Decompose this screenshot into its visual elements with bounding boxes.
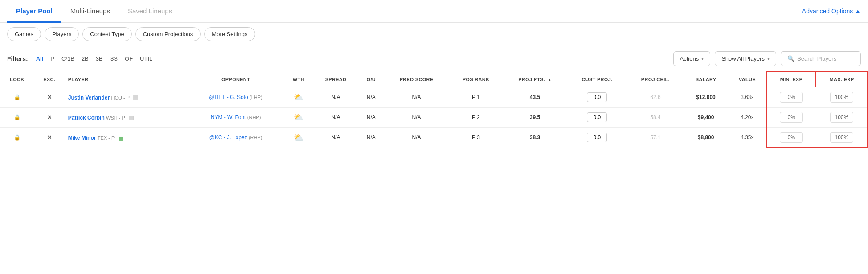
cust-proj-cell[interactable]	[567, 108, 627, 128]
exc-cell[interactable]: ✕	[34, 87, 65, 108]
pred-score-cell: N/A	[384, 128, 449, 148]
pos-filter-all[interactable]: All	[33, 54, 47, 64]
ou-cell: N/A	[358, 128, 384, 148]
pos-filter-ss[interactable]: SS	[106, 54, 121, 64]
more-settings-filter-button[interactable]: More Settings	[204, 27, 255, 41]
col-value: VALUE	[728, 72, 767, 87]
lock-icon: 🔒	[14, 114, 20, 120]
player-cell: Justin Verlander HOU - P ▤	[65, 87, 188, 108]
cust-proj-cell[interactable]	[567, 128, 627, 148]
note-icon[interactable]: ▤	[118, 134, 124, 141]
filters-right: Actions ▾ Show All Players ▾ 🔍 Search Pl…	[673, 51, 861, 66]
col-max-exp: MAX. EXP	[816, 72, 868, 87]
show-all-label: Show All Players	[721, 55, 765, 62]
value-cell: 3.63x	[728, 87, 767, 108]
max-exp-cell[interactable]	[816, 87, 868, 108]
col-proj-pts[interactable]: PROJ PTS. ▲	[503, 72, 567, 87]
pos-filter-c1b[interactable]: C/1B	[58, 54, 78, 64]
cust-proj-cell[interactable]	[567, 87, 627, 108]
actions-dropdown[interactable]: Actions ▾	[673, 51, 711, 66]
pos-filter-of[interactable]: OF	[121, 54, 136, 64]
note-icon[interactable]: ▤	[128, 114, 134, 121]
col-wth: WTH	[283, 72, 313, 87]
max-exp-input[interactable]	[830, 92, 853, 103]
max-exp-input[interactable]	[830, 112, 853, 123]
exc-cell[interactable]: ✕	[34, 128, 65, 148]
player-name[interactable]: Patrick Corbin	[68, 115, 105, 121]
col-proj-ceil: PROJ CEIL.	[627, 72, 684, 87]
table-row: 🔒 ✕ Mike Minor TEX - P ▤ @KC - J. Lopez …	[0, 128, 868, 148]
x-icon[interactable]: ✕	[47, 114, 52, 120]
pos-filter-2b[interactable]: 2B	[78, 54, 92, 64]
search-icon: 🔍	[787, 55, 794, 62]
weather-icon: ⛅	[294, 113, 303, 122]
weather-icon: ⛅	[294, 133, 303, 142]
min-exp-input[interactable]	[780, 92, 803, 103]
min-exp-input[interactable]	[780, 132, 803, 143]
pos-filter-p[interactable]: P	[47, 54, 58, 64]
custom-projections-filter-button[interactable]: Custom Projections	[135, 27, 201, 41]
pos-filter-util[interactable]: UTIL	[136, 54, 156, 64]
max-exp-cell[interactable]	[816, 128, 868, 148]
col-pred-score: PRED SCORE	[384, 72, 449, 87]
player-team: TEX - P	[98, 135, 115, 141]
contest-type-filter-button[interactable]: Contest Type	[82, 27, 131, 41]
spread-cell: N/A	[313, 108, 358, 128]
weather-cell: ⛅	[283, 87, 313, 108]
col-player: PLAYER	[65, 72, 188, 87]
lock-cell: 🔒	[0, 108, 34, 128]
proj-pts-cell: 43.5	[503, 87, 567, 108]
player-table-container: LOCK EXC. PLAYER OPPONENT WTH SPREAD O/U…	[0, 71, 868, 148]
proj-ceil-cell: 62.6	[627, 87, 684, 108]
min-exp-cell[interactable]	[767, 87, 816, 108]
x-icon[interactable]: ✕	[47, 94, 52, 100]
lock-icon: 🔒	[14, 94, 20, 100]
tab-multi-lineups[interactable]: Multi-Lineups	[61, 0, 119, 22]
player-name[interactable]: Mike Minor	[68, 135, 96, 141]
col-lock: LOCK	[0, 72, 34, 87]
pos-rank-cell: P 2	[449, 108, 503, 128]
lock-icon: 🔒	[14, 134, 20, 141]
ou-cell: N/A	[358, 108, 384, 128]
col-min-exp: MIN. EXP	[767, 72, 816, 87]
col-opponent: OPPONENT	[188, 72, 284, 87]
min-exp-input[interactable]	[780, 112, 803, 123]
player-name[interactable]: Justin Verlander	[68, 95, 110, 101]
search-placeholder: Search Players	[797, 55, 836, 62]
player-team: HOU - P	[111, 95, 130, 100]
tab-player-pool[interactable]: Player Pool	[7, 0, 61, 22]
opponent-link[interactable]: @KC - J. Lopez	[209, 134, 247, 141]
x-icon[interactable]: ✕	[47, 134, 52, 141]
cust-proj-input[interactable]	[587, 133, 607, 142]
min-exp-cell[interactable]	[767, 128, 816, 148]
pos-rank-cell: P 1	[449, 87, 503, 108]
exc-cell[interactable]: ✕	[34, 108, 65, 128]
max-exp-input[interactable]	[830, 132, 853, 143]
col-salary: SALARY	[684, 72, 728, 87]
players-filter-button[interactable]: Players	[45, 27, 79, 41]
actions-chevron-icon: ▾	[701, 56, 704, 61]
filter-bar: Games Players Contest Type Custom Projec…	[0, 23, 868, 46]
actions-label: Actions	[680, 55, 699, 62]
max-exp-cell[interactable]	[816, 108, 868, 128]
spread-cell: N/A	[313, 87, 358, 108]
pred-score-cell: N/A	[384, 108, 449, 128]
advanced-options-button[interactable]: Advanced Options ▲	[802, 0, 861, 22]
games-filter-button[interactable]: Games	[7, 27, 41, 41]
value-cell: 4.35x	[728, 128, 767, 148]
search-box[interactable]: 🔍 Search Players	[781, 51, 861, 66]
top-nav: Player Pool Multi-Lineups Saved Lineups …	[0, 0, 868, 23]
tab-saved-lineups[interactable]: Saved Lineups	[119, 0, 181, 22]
opponent-link[interactable]: NYM - W. Font	[211, 114, 246, 120]
pos-filter-3b[interactable]: 3B	[92, 54, 106, 64]
show-all-players-dropdown[interactable]: Show All Players ▾	[715, 51, 776, 66]
cust-proj-input[interactable]	[587, 112, 607, 122]
note-icon[interactable]: ▤	[133, 94, 139, 101]
ou-cell: N/A	[358, 87, 384, 108]
salary-cell: $12,000	[684, 87, 728, 108]
cust-proj-input[interactable]	[587, 92, 607, 102]
show-all-chevron-icon: ▾	[767, 56, 770, 61]
min-exp-cell[interactable]	[767, 108, 816, 128]
salary-cell: $9,400	[684, 108, 728, 128]
opponent-link[interactable]: @DET - G. Soto	[209, 94, 248, 100]
